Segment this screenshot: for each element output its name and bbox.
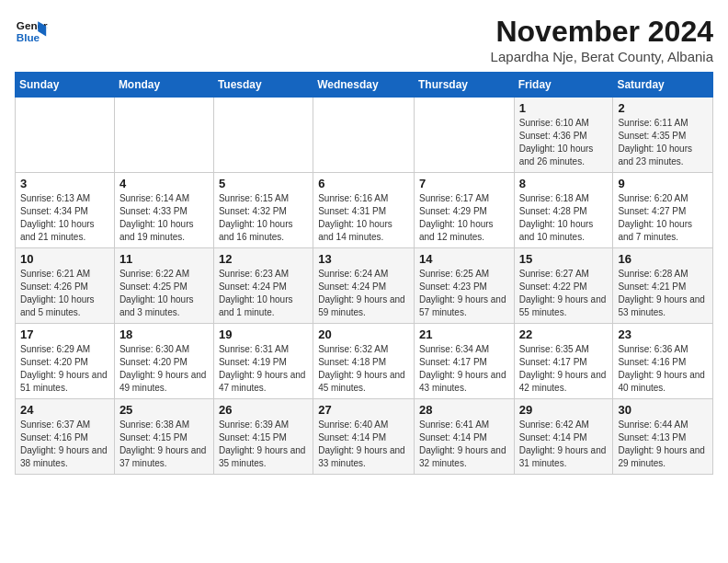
calendar-cell: 12Sunrise: 6:23 AM Sunset: 4:24 PM Dayli… — [213, 248, 313, 324]
day-number: 6 — [318, 177, 409, 190]
day-number: 24 — [20, 403, 109, 417]
day-info: Sunrise: 6:11 AM Sunset: 4:35 PM Dayligh… — [618, 117, 708, 168]
svg-text:Blue: Blue — [17, 31, 40, 43]
day-info: Sunrise: 6:20 AM Sunset: 4:27 PM Dayligh… — [618, 192, 708, 244]
day-info: Sunrise: 6:39 AM Sunset: 4:15 PM Dayligh… — [219, 419, 308, 470]
day-number: 1 — [519, 101, 609, 115]
calendar-week-row: 10Sunrise: 6:21 AM Sunset: 4:26 PM Dayli… — [16, 248, 713, 324]
day-info: Sunrise: 6:42 AM Sunset: 4:14 PM Dayligh… — [519, 419, 609, 470]
day-info: Sunrise: 6:14 AM Sunset: 4:33 PM Dayligh… — [119, 192, 209, 244]
day-number: 22 — [519, 327, 609, 341]
day-number: 27 — [318, 403, 409, 417]
day-info: Sunrise: 6:34 AM Sunset: 4:17 PM Dayligh… — [419, 343, 509, 395]
calendar-cell: 5Sunrise: 6:15 AM Sunset: 4:32 PM Daylig… — [213, 173, 313, 248]
calendar-cell: 11Sunrise: 6:22 AM Sunset: 4:25 PM Dayli… — [114, 248, 213, 324]
day-info: Sunrise: 6:21 AM Sunset: 4:26 PM Dayligh… — [20, 268, 109, 319]
day-number: 30 — [618, 403, 708, 417]
day-number: 11 — [119, 252, 209, 266]
day-number: 12 — [219, 252, 308, 266]
day-info: Sunrise: 6:25 AM Sunset: 4:23 PM Dayligh… — [419, 268, 509, 319]
day-number: 10 — [20, 252, 109, 266]
day-number: 7 — [419, 177, 509, 190]
calendar-header-row: SundayMondayTuesdayWednesdayThursdayFrid… — [16, 73, 713, 98]
day-number: 13 — [318, 252, 409, 266]
day-number: 29 — [519, 403, 609, 417]
day-info: Sunrise: 6:38 AM Sunset: 4:15 PM Dayligh… — [119, 419, 209, 470]
calendar-cell: 6Sunrise: 6:16 AM Sunset: 4:31 PM Daylig… — [313, 173, 415, 248]
calendar-cell: 8Sunrise: 6:18 AM Sunset: 4:28 PM Daylig… — [514, 173, 613, 248]
day-number: 14 — [419, 252, 509, 266]
calendar-cell — [114, 98, 213, 173]
logo: General Blue — [15, 15, 48, 48]
day-number: 23 — [618, 327, 708, 341]
calendar-cell: 21Sunrise: 6:34 AM Sunset: 4:17 PM Dayli… — [414, 324, 514, 399]
calendar-cell: 27Sunrise: 6:40 AM Sunset: 4:14 PM Dayli… — [313, 399, 415, 475]
day-info: Sunrise: 6:16 AM Sunset: 4:31 PM Dayligh… — [318, 192, 409, 244]
calendar-cell: 9Sunrise: 6:20 AM Sunset: 4:27 PM Daylig… — [613, 173, 713, 248]
calendar-cell: 10Sunrise: 6:21 AM Sunset: 4:26 PM Dayli… — [16, 248, 115, 324]
calendar-day-header: Tuesday — [213, 73, 313, 98]
day-info: Sunrise: 6:35 AM Sunset: 4:17 PM Dayligh… — [519, 343, 609, 395]
calendar-cell: 29Sunrise: 6:42 AM Sunset: 4:14 PM Dayli… — [514, 399, 613, 475]
calendar-day-header: Sunday — [16, 73, 115, 98]
day-info: Sunrise: 6:18 AM Sunset: 4:28 PM Dayligh… — [519, 192, 609, 244]
calendar-table: SundayMondayTuesdayWednesdayThursdayFrid… — [15, 72, 713, 475]
calendar-week-row: 1Sunrise: 6:10 AM Sunset: 4:36 PM Daylig… — [16, 98, 713, 173]
day-number: 9 — [618, 177, 708, 190]
calendar-cell: 20Sunrise: 6:32 AM Sunset: 4:18 PM Dayli… — [313, 324, 415, 399]
day-number: 26 — [219, 403, 308, 417]
day-info: Sunrise: 6:41 AM Sunset: 4:14 PM Dayligh… — [419, 419, 509, 470]
calendar-cell: 2Sunrise: 6:11 AM Sunset: 4:35 PM Daylig… — [613, 98, 713, 173]
calendar-body: 1Sunrise: 6:10 AM Sunset: 4:36 PM Daylig… — [16, 98, 713, 475]
day-number: 16 — [618, 252, 708, 266]
location-title: Lapardha Nje, Berat County, Albania — [491, 49, 713, 64]
logo-icon: General Blue — [15, 15, 48, 48]
day-number: 19 — [219, 327, 308, 341]
calendar-cell: 26Sunrise: 6:39 AM Sunset: 4:15 PM Dayli… — [213, 399, 313, 475]
calendar-cell: 18Sunrise: 6:30 AM Sunset: 4:20 PM Dayli… — [114, 324, 213, 399]
day-info: Sunrise: 6:27 AM Sunset: 4:22 PM Dayligh… — [519, 268, 609, 319]
day-number: 8 — [519, 177, 609, 190]
calendar-week-row: 24Sunrise: 6:37 AM Sunset: 4:16 PM Dayli… — [16, 399, 713, 475]
calendar-cell — [414, 98, 514, 173]
day-info: Sunrise: 6:10 AM Sunset: 4:36 PM Dayligh… — [519, 117, 609, 168]
calendar-cell: 1Sunrise: 6:10 AM Sunset: 4:36 PM Daylig… — [514, 98, 613, 173]
calendar-cell — [16, 98, 115, 173]
day-info: Sunrise: 6:37 AM Sunset: 4:16 PM Dayligh… — [20, 419, 109, 470]
day-info: Sunrise: 6:22 AM Sunset: 4:25 PM Dayligh… — [119, 268, 209, 319]
day-info: Sunrise: 6:24 AM Sunset: 4:24 PM Dayligh… — [318, 268, 409, 319]
calendar-cell: 28Sunrise: 6:41 AM Sunset: 4:14 PM Dayli… — [414, 399, 514, 475]
calendar-week-row: 3Sunrise: 6:13 AM Sunset: 4:34 PM Daylig… — [16, 173, 713, 248]
calendar-cell: 25Sunrise: 6:38 AM Sunset: 4:15 PM Dayli… — [114, 399, 213, 475]
calendar-cell: 14Sunrise: 6:25 AM Sunset: 4:23 PM Dayli… — [414, 248, 514, 324]
calendar-cell: 22Sunrise: 6:35 AM Sunset: 4:17 PM Dayli… — [514, 324, 613, 399]
title-area: November 2024 Lapardha Nje, Berat County… — [491, 15, 713, 64]
calendar-cell — [213, 98, 313, 173]
day-number: 3 — [20, 177, 109, 190]
calendar-cell: 24Sunrise: 6:37 AM Sunset: 4:16 PM Dayli… — [16, 399, 115, 475]
calendar-cell: 23Sunrise: 6:36 AM Sunset: 4:16 PM Dayli… — [613, 324, 713, 399]
day-number: 25 — [119, 403, 209, 417]
calendar-week-row: 17Sunrise: 6:29 AM Sunset: 4:20 PM Dayli… — [16, 324, 713, 399]
day-info: Sunrise: 6:28 AM Sunset: 4:21 PM Dayligh… — [618, 268, 708, 319]
day-number: 18 — [119, 327, 209, 341]
calendar-cell: 17Sunrise: 6:29 AM Sunset: 4:20 PM Dayli… — [16, 324, 115, 399]
calendar-cell: 7Sunrise: 6:17 AM Sunset: 4:29 PM Daylig… — [414, 173, 514, 248]
calendar-day-header: Wednesday — [313, 73, 415, 98]
calendar-cell: 30Sunrise: 6:44 AM Sunset: 4:13 PM Dayli… — [613, 399, 713, 475]
day-number: 28 — [419, 403, 509, 417]
calendar-cell: 4Sunrise: 6:14 AM Sunset: 4:33 PM Daylig… — [114, 173, 213, 248]
day-info: Sunrise: 6:15 AM Sunset: 4:32 PM Dayligh… — [219, 192, 308, 244]
day-number: 15 — [519, 252, 609, 266]
day-info: Sunrise: 6:44 AM Sunset: 4:13 PM Dayligh… — [618, 419, 708, 470]
calendar-cell — [313, 98, 415, 173]
calendar-day-header: Saturday — [613, 73, 713, 98]
day-info: Sunrise: 6:31 AM Sunset: 4:19 PM Dayligh… — [219, 343, 308, 395]
calendar-cell: 16Sunrise: 6:28 AM Sunset: 4:21 PM Dayli… — [613, 248, 713, 324]
day-number: 4 — [119, 177, 209, 190]
calendar-cell: 15Sunrise: 6:27 AM Sunset: 4:22 PM Dayli… — [514, 248, 613, 324]
day-info: Sunrise: 6:17 AM Sunset: 4:29 PM Dayligh… — [419, 192, 509, 244]
month-title: November 2024 — [491, 15, 713, 49]
calendar-day-header: Monday — [114, 73, 213, 98]
page-header: General Blue November 2024 Lapardha Nje,… — [15, 15, 713, 64]
